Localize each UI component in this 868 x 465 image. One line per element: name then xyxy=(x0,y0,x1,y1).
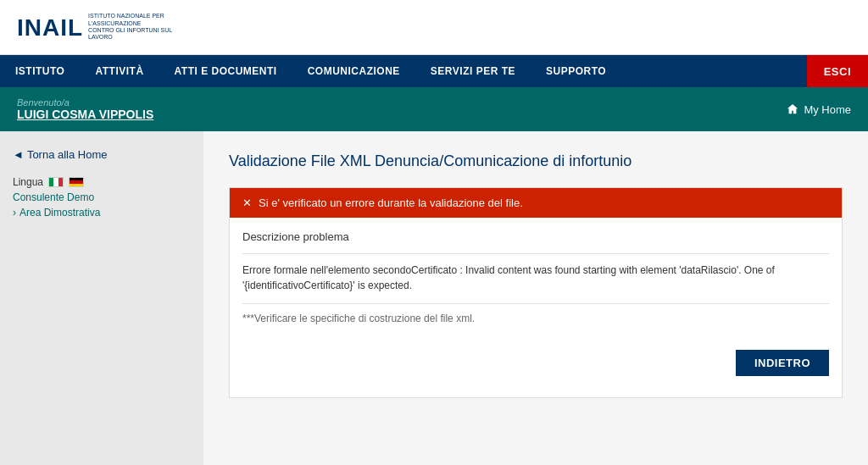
nav-istituto[interactable]: ISTITUTO xyxy=(0,55,80,87)
error-body: Descrizione problema Errore formale nell… xyxy=(230,218,842,397)
home-icon xyxy=(787,103,798,115)
nav-servizi[interactable]: SERVIZI PER TE xyxy=(415,55,531,87)
main-layout: ◄ Torna alla Home Lingua Consulente Demo… xyxy=(0,131,868,465)
page-title: Validazione File XML Denuncia/Comunicazi… xyxy=(229,152,843,170)
username-link[interactable]: LUIGI COSMA VIPPOLIS xyxy=(17,108,153,121)
main-content: Validazione File XML Denuncia/Comunicazi… xyxy=(203,131,868,465)
sidebar-consulente-link[interactable]: Consulente Demo xyxy=(13,191,191,203)
divider-1 xyxy=(242,253,829,254)
error-icon: ✕ xyxy=(242,197,252,209)
error-panel: ✕ Si e' verificato un errore durante la … xyxy=(229,187,843,398)
nav-supporto[interactable]: SUPPORTO xyxy=(531,55,621,87)
userbar-left: Benvenuto/a LUIGI COSMA VIPPOLIS xyxy=(17,97,153,121)
header: INAIL ISTITUTO NAZIONALE PER L'ASSICURAZ… xyxy=(0,0,868,55)
userbar: Benvenuto/a LUIGI COSMA VIPPOLIS My Home xyxy=(0,87,868,131)
nav-items: ISTITUTO ATTIVITÀ ATTI E DOCUMENTI COMUN… xyxy=(0,55,807,87)
back-btn-wrap: INDIETRO xyxy=(242,350,829,385)
benvenuto-text: Benvenuto/a xyxy=(17,97,153,108)
error-header: ✕ Si e' verificato un errore durante la … xyxy=(230,188,842,218)
logo: INAIL xyxy=(17,14,83,42)
error-header-text: Si e' verificato un errore durante la va… xyxy=(259,197,523,209)
sidebar: ◄ Torna alla Home Lingua Consulente Demo… xyxy=(0,131,203,465)
error-message: Errore formale nell'elemento secondoCert… xyxy=(242,263,829,293)
sidebar-area-link[interactable]: › Area Dimostrativa xyxy=(13,207,191,219)
chevron-right-icon: › xyxy=(13,207,16,219)
nav-attivita[interactable]: ATTIVITÀ xyxy=(80,55,159,87)
logo-subtitle: ISTITUTO NAZIONALE PER L'ASSICURAZIONE C… xyxy=(88,13,190,42)
myhome-link[interactable]: My Home xyxy=(787,103,851,116)
desc-label: Descrizione problema xyxy=(242,230,829,243)
nav-comunicazione[interactable]: COMUNICAZIONE xyxy=(292,55,415,87)
sidebar-back-link[interactable]: ◄ Torna alla Home xyxy=(13,148,191,161)
flag-germany-icon[interactable] xyxy=(69,177,84,187)
logo-wrap: INAIL ISTITUTO NAZIONALE PER L'ASSICURAZ… xyxy=(17,13,190,42)
sidebar-lingua: Lingua xyxy=(13,176,191,188)
navbar: ISTITUTO ATTIVITÀ ATTI E DOCUMENTI COMUN… xyxy=(0,55,868,87)
error-note: ***Verificare le specifiche di costruzio… xyxy=(242,313,829,324)
exit-button[interactable]: ESCI xyxy=(807,55,868,87)
divider-2 xyxy=(242,303,829,304)
logo-text: INAIL xyxy=(17,14,83,42)
back-arrow-icon: ◄ xyxy=(13,148,24,161)
back-button[interactable]: INDIETRO xyxy=(736,350,829,376)
nav-atti-documenti[interactable]: ATTI E DOCUMENTI xyxy=(159,55,292,87)
flag-italy-icon[interactable] xyxy=(48,177,64,187)
